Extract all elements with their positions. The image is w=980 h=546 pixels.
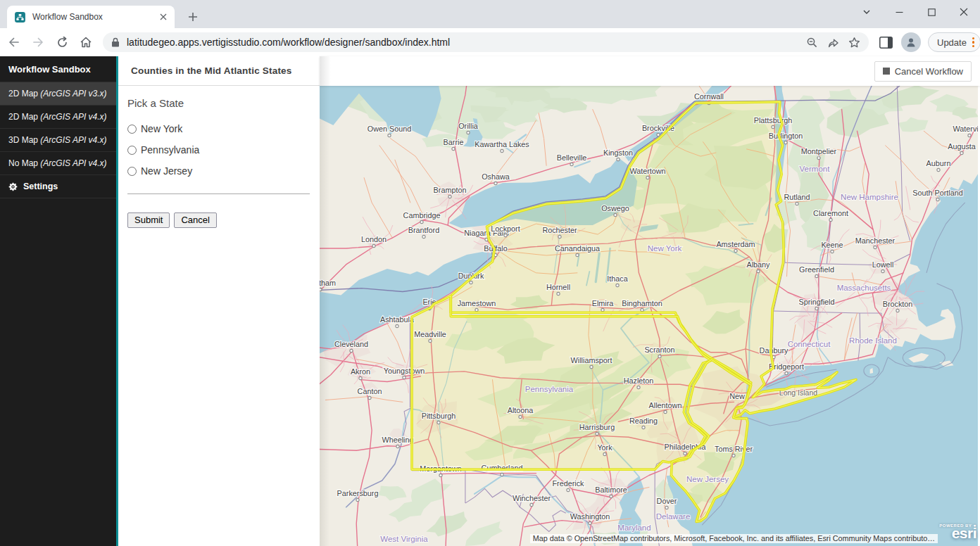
city-label-chatham: Chatham [320, 279, 336, 287]
maximize-button[interactable] [915, 0, 948, 24]
city-label-binghamton: Binghamton [622, 299, 662, 307]
stop-icon [883, 68, 890, 75]
state-label-west-virginia: West Virginia [380, 535, 428, 543]
city-label-watertown: Watertown [629, 167, 665, 175]
browser-tab[interactable]: Workflow Sandbox [7, 6, 175, 28]
tab-close-icon[interactable] [158, 11, 169, 23]
esri-name: esri [939, 528, 976, 538]
sidebar-item-1[interactable]: 2D Map (ArcGIS API v3.x) [0, 82, 116, 105]
city-dot-claremont [829, 218, 832, 221]
city-dot-springfield [815, 307, 818, 310]
city-label-brampton: Brampton [434, 186, 467, 194]
city-dot-williamsport [590, 365, 593, 368]
sidebar-item-3[interactable]: 3D Map (ArcGIS API v4.x) [0, 128, 116, 151]
map-container[interactable]: Owen SoundOrilliaBarrieKawartha LakesBel… [320, 86, 980, 546]
city-label-kingston: Kingston [603, 148, 633, 157]
sidebar-item-settings[interactable]: Settings [0, 174, 116, 198]
city-dot-keene [831, 250, 834, 253]
city-dot-jamestown [475, 308, 478, 311]
city-label-belleville: Belleville [557, 153, 587, 162]
city-dot-kingston [617, 158, 620, 160]
radio-button-new-york[interactable] [127, 125, 137, 134]
city-label-plattsburgh: Plattsburgh [754, 116, 793, 125]
share-icon[interactable] [824, 33, 842, 51]
forward-icon[interactable] [28, 32, 48, 52]
gear-icon [8, 182, 18, 191]
city-label-london: London [361, 235, 387, 243]
tab-search-chevron-icon[interactable] [850, 0, 883, 24]
reload-icon[interactable] [52, 32, 72, 52]
city-label-auburn: Auburn [926, 159, 951, 167]
radio-button-new-jersey[interactable] [127, 167, 137, 176]
bookmark-star-icon[interactable] [845, 33, 863, 51]
city-label-altoona: Altoona [508, 406, 534, 414]
city-dot-hazleton [637, 386, 640, 388]
form-divider [127, 193, 310, 194]
city-dot-altoona [519, 415, 522, 418]
state-label-new-jersey: New Jersey [686, 475, 729, 483]
esri-logo: POWERED BY esri [939, 523, 976, 538]
city-dot-ashtabula [396, 324, 398, 327]
city-label-youngstown: Youngstown [384, 367, 425, 375]
app-sidebar: Workflow Sandbox 2D Map (ArcGIS API v3.x… [0, 56, 118, 546]
city-dot-auburn [937, 168, 940, 171]
city-dot-pittsburgh [437, 421, 440, 424]
city-label-jamestown: Jamestown [458, 299, 496, 307]
state-label-rhode-island: Rhode Island [849, 336, 897, 345]
submit-button[interactable]: Submit [127, 212, 170, 228]
city-label-lowell: Lowell [872, 260, 894, 269]
sidebar-item-2[interactable]: 2D Map (ArcGIS API v4.x) [0, 105, 116, 128]
city-label-frederick: Frederick [553, 479, 585, 488]
cancel-workflow-button[interactable]: Cancel Workflow [874, 61, 972, 82]
minimize-button[interactable] [883, 0, 915, 24]
city-label-parkersburg: Parkersburg [337, 489, 379, 497]
city-dot-allentown [664, 410, 667, 413]
city-dot-scranton [658, 355, 661, 357]
side-panel-icon[interactable] [876, 32, 896, 52]
home-icon[interactable] [76, 32, 96, 52]
back-icon[interactable] [4, 32, 24, 52]
form-panel-header: Counties in the Mid Atlantic States [118, 56, 320, 86]
zoom-out-icon[interactable] [803, 33, 821, 51]
browser-menu-dots-icon[interactable] [972, 37, 976, 48]
radio-button-pennsylvania[interactable] [127, 146, 137, 155]
city-dot-cambridge [420, 220, 423, 223]
city-label-waterville: Waterville [953, 125, 979, 133]
city-dot-philadelphia [684, 452, 686, 455]
city-dot-york [603, 452, 606, 455]
city-label-danbury: Danbury [760, 346, 789, 355]
sidebar-settings-label: Settings [23, 182, 58, 191]
city-label-manchester: Manchester [855, 236, 896, 245]
new-tab-button[interactable] [184, 8, 201, 25]
city-dot-binghamton [641, 308, 643, 311]
city-dot-lockport [504, 234, 507, 236]
state-label-pennsylvania: Pennsylvania [525, 385, 574, 393]
avatar-icon[interactable] [901, 32, 921, 52]
city-label-barrie: Barrie [444, 138, 464, 146]
map-svg: Owen SoundOrilliaBarrieKawartha LakesBel… [320, 86, 978, 546]
city-dot-oshawa [494, 182, 497, 184]
address-bar[interactable]: latitudegeo.apps.vertigisstudio.com/work… [103, 32, 869, 52]
sidebar-item-4[interactable]: No Map (ArcGIS API v4.x) [0, 151, 116, 174]
sidebar-item-label: 3D Map [8, 135, 40, 145]
city-dot-rochester [558, 235, 561, 238]
city-label-rutland: Rutland [784, 193, 810, 201]
state-label-massachusetts: Massachusetts [837, 284, 891, 292]
city-label-oshawa: Oshawa [482, 172, 510, 181]
city-dot-brockville [657, 133, 660, 136]
url-text[interactable]: latitudegeo.apps.vertigisstudio.com/work… [127, 37, 800, 48]
cancel-button[interactable]: Cancel [174, 212, 216, 228]
city-label-montpelier: Montpelier [801, 147, 837, 155]
form-body: Pick a State New YorkPennsylvaniaNew Jer… [118, 86, 320, 228]
close-window-button[interactable] [948, 0, 980, 24]
city-dot-canton [368, 396, 371, 399]
lock-icon[interactable] [111, 37, 120, 47]
city-dot-dover [665, 506, 668, 509]
state-label-maryland: Maryland [617, 523, 651, 532]
update-button[interactable]: Update [928, 32, 980, 52]
city-label-ithaca: Ithaca [607, 274, 627, 283]
city-dot-frederick [567, 488, 570, 491]
radio-label: Pennsylvania [141, 144, 199, 155]
city-dot-rutland [796, 202, 798, 205]
radio-label: New Jersey [141, 165, 192, 177]
